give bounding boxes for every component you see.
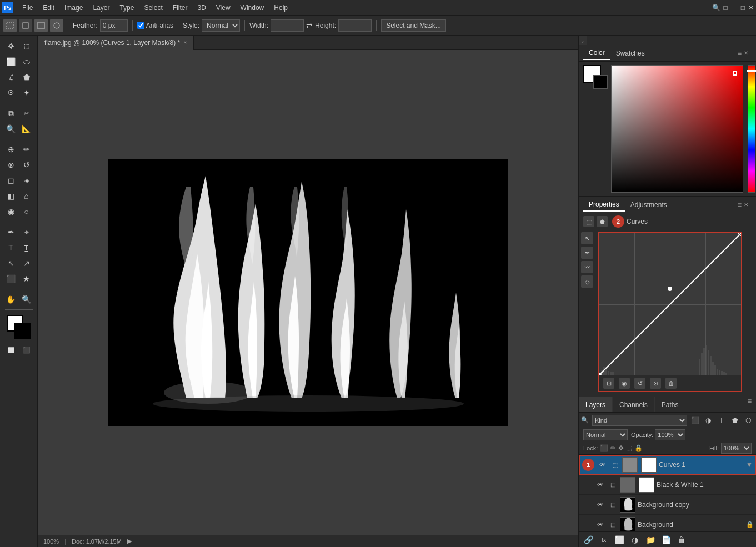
- move-tool[interactable]: ✥: [4, 39, 18, 53]
- lock-position-btn[interactable]: ✥: [618, 444, 624, 452]
- minimize-btn[interactable]: —: [731, 4, 738, 12]
- background-swatch[interactable]: [593, 75, 608, 89]
- filter-type-btn[interactable]: T: [716, 415, 727, 426]
- direct-select-tool[interactable]: ↗: [19, 256, 34, 270]
- background-color[interactable]: [14, 323, 31, 339]
- from-center-icon[interactable]: [50, 19, 63, 32]
- menu-edit[interactable]: Edit: [38, 3, 59, 13]
- menu-layer[interactable]: Layer: [88, 3, 114, 13]
- elliptical-marquee-tool[interactable]: ⬭: [19, 54, 34, 69]
- layer-item-curves1[interactable]: 1 👁 ⬚ Curves 1 ▼: [579, 455, 756, 475]
- layer-delete-btn[interactable]: 🗑: [675, 534, 688, 546]
- quick-mask-mode[interactable]: ⬜: [4, 343, 18, 357]
- dodge-tool[interactable]: ○: [19, 204, 34, 219]
- menu-file[interactable]: File: [18, 3, 37, 13]
- select-and-mask-button[interactable]: Select and Mask...: [381, 19, 446, 32]
- color-panel-menu[interactable]: ≡: [738, 49, 742, 57]
- gradient-tool[interactable]: ◧: [4, 189, 18, 203]
- anti-alias-checkbox[interactable]: Anti-alias: [137, 22, 173, 29]
- layer-eye-bgcopy[interactable]: 👁: [595, 500, 605, 510]
- properties-tab[interactable]: Properties: [583, 198, 625, 212]
- channels-tab[interactable]: Channels: [613, 397, 655, 412]
- color-gradient-field[interactable]: [611, 65, 743, 193]
- properties-menu[interactable]: ≡: [738, 201, 742, 209]
- color-tab[interactable]: Color: [583, 47, 610, 60]
- layer-new-btn[interactable]: 📄: [660, 534, 672, 546]
- tab-close-btn[interactable]: ×: [183, 39, 187, 46]
- curves-clip-btn[interactable]: ⊡: [603, 378, 614, 389]
- maximize-btn[interactable]: □: [741, 4, 745, 12]
- menu-window[interactable]: Window: [236, 3, 269, 13]
- artboard-tool[interactable]: ⬚: [19, 39, 34, 53]
- layer-eye-curves1[interactable]: 👁: [598, 460, 608, 470]
- screen-mode[interactable]: ⬛: [19, 343, 34, 357]
- workspace-icon[interactable]: □: [724, 4, 728, 12]
- lock-all-btn[interactable]: 🔒: [634, 444, 643, 452]
- color-panel-collapse[interactable]: ✕: [744, 50, 752, 56]
- layer-fx-btn[interactable]: fx: [598, 534, 610, 546]
- menu-select[interactable]: Select: [139, 3, 167, 13]
- height-input[interactable]: [338, 19, 372, 32]
- brush-tool[interactable]: ✏: [19, 142, 34, 157]
- style-select[interactable]: Normal: [202, 19, 240, 32]
- layer-item-bgcopy[interactable]: 👁 ⬚ Background copy: [579, 495, 756, 515]
- search-icon[interactable]: 🔍: [712, 4, 720, 12]
- color-hue-slider[interactable]: [748, 65, 755, 193]
- curves-reset-btn[interactable]: ↺: [634, 378, 645, 389]
- adjustments-tab[interactable]: Adjustments: [625, 199, 673, 211]
- paint-bucket-tool[interactable]: ⌂: [19, 189, 34, 203]
- paths-tab[interactable]: Paths: [655, 397, 686, 412]
- pixel-mask-icon[interactable]: ⬚: [583, 216, 594, 227]
- layers-tab[interactable]: Layers: [579, 397, 613, 412]
- menu-type[interactable]: Type: [115, 3, 138, 13]
- swatches-tab[interactable]: Swatches: [610, 47, 650, 59]
- square-select-icon[interactable]: [34, 19, 48, 32]
- layer-link-btn[interactable]: 🔗: [582, 534, 594, 546]
- layer-vector-bw1[interactable]: ⬚: [608, 480, 618, 490]
- feather-input[interactable]: [100, 19, 128, 32]
- filter-shape-btn[interactable]: ⬟: [729, 415, 740, 426]
- vector-mask-icon[interactable]: ⬟: [597, 216, 608, 227]
- lasso-tool[interactable]: 𝓛: [4, 70, 18, 84]
- curves-smooth-tool[interactable]: ◇: [581, 275, 593, 288]
- slice-tool[interactable]: ✂: [19, 106, 34, 121]
- layer-group-btn[interactable]: 📁: [644, 534, 657, 546]
- magic-wand-tool[interactable]: ✦: [19, 86, 34, 100]
- curves-eye-btn[interactable]: ◉: [619, 378, 630, 389]
- lock-artboard-btn[interactable]: ⬚: [626, 444, 632, 452]
- curves-delete-btn[interactable]: 🗑: [665, 378, 677, 389]
- layer-adjustment-btn[interactable]: ◑: [629, 534, 641, 546]
- opacity-select[interactable]: 100%: [655, 429, 685, 440]
- pen-tool[interactable]: ✒: [4, 225, 18, 239]
- bg-eraser-tool[interactable]: ◈: [19, 173, 34, 188]
- menu-help[interactable]: Help: [269, 3, 292, 13]
- eraser-tool[interactable]: ◻: [4, 173, 18, 188]
- hand-tool[interactable]: ✋: [4, 292, 18, 307]
- arrow-icon[interactable]: ▶: [127, 538, 132, 545]
- layer-eye-bg[interactable]: 👁: [595, 520, 605, 530]
- history-brush-tool[interactable]: ↺: [19, 158, 34, 172]
- panel-collapse-handle[interactable]: ‹: [579, 36, 587, 45]
- curves-canvas[interactable]: [599, 233, 741, 375]
- freeform-pen-tool[interactable]: ⌖: [19, 225, 34, 239]
- lock-paint-btn[interactable]: ✏: [610, 444, 616, 452]
- width-input[interactable]: [271, 19, 304, 32]
- layer-vector-bg[interactable]: ⬚: [608, 520, 618, 530]
- curves-pointer-tool[interactable]: ↖: [581, 232, 593, 244]
- path-select-tool[interactable]: ↖: [4, 256, 18, 270]
- swap-dimensions-icon[interactable]: ⇄: [306, 21, 313, 30]
- menu-view[interactable]: View: [212, 3, 235, 13]
- eyedropper-tool[interactable]: 🔍: [4, 122, 18, 136]
- spot-heal-tool[interactable]: ⊕: [4, 142, 18, 157]
- filter-smart-btn[interactable]: ⬡: [743, 415, 754, 426]
- ruler-tool[interactable]: 📐: [19, 122, 34, 136]
- menu-3d[interactable]: 3D: [193, 3, 210, 13]
- layer-item-bw1[interactable]: 👁 ⬚ Black & White 1: [579, 475, 756, 495]
- properties-collapse[interactable]: ✕: [744, 202, 752, 208]
- layer-eye-bw1[interactable]: 👁: [595, 480, 605, 490]
- layer-expand-curves1[interactable]: ▼: [746, 461, 753, 469]
- filter-adj-btn[interactable]: ◑: [703, 415, 714, 426]
- blend-mode-select[interactable]: Normal: [583, 429, 628, 440]
- type-tool[interactable]: T: [4, 240, 18, 255]
- lock-pixel-btn[interactable]: ⬛: [600, 444, 608, 452]
